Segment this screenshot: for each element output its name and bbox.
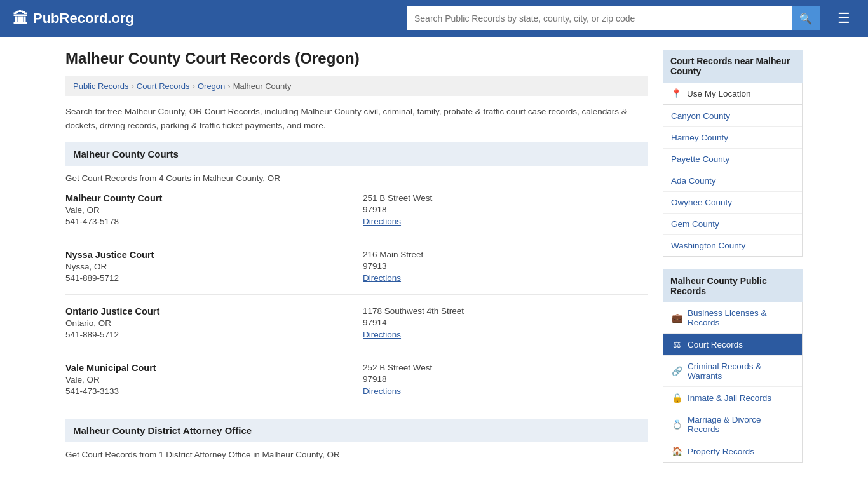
page-container: Malheur County Court Records (Oregon) Pu… bbox=[53, 37, 815, 482]
site-header: 🏛 PubRecord.org 🔍 ☰ bbox=[0, 0, 868, 37]
use-location-label: Use My Location bbox=[687, 89, 751, 98]
sidebar-nearby-section: Court Records near Malheur County 📍 Use … bbox=[663, 50, 803, 257]
directions-link[interactable]: Directions bbox=[363, 330, 401, 339]
sidebar-nearby-header: Court Records near Malheur County bbox=[663, 50, 803, 83]
county-link[interactable]: Washington County bbox=[663, 235, 802, 256]
court-city: Vale, OR bbox=[65, 205, 350, 215]
breadcrumb-item-court-records[interactable]: Court Records bbox=[137, 81, 190, 91]
courts-count: Get Court Records from 4 Courts in Malhe… bbox=[65, 173, 648, 183]
court-address: 1178 Southwest 4th Street bbox=[363, 306, 648, 316]
sidebar-county-item[interactable]: Ada County bbox=[663, 170, 802, 192]
court-name: Vale Municipal Court bbox=[65, 363, 350, 373]
court-name: Ontario Justice Court bbox=[65, 306, 350, 316]
court-phone: 541-889-5712 bbox=[65, 330, 350, 339]
court-city: Nyssa, OR bbox=[65, 262, 350, 271]
sidebar-county-item[interactable]: Harney County bbox=[663, 127, 802, 149]
breadcrumb-sep-1: › bbox=[131, 81, 133, 91]
sidebar-county-item[interactable]: Payette County bbox=[663, 149, 802, 170]
record-label: Criminal Records & Warrants bbox=[688, 362, 794, 381]
record-link[interactable]: 💍 Marriage & Divorce Records bbox=[663, 409, 802, 440]
court-phone: 541-473-5178 bbox=[65, 217, 350, 226]
sidebar-county-item[interactable]: Washington County bbox=[663, 235, 802, 256]
sidebar-records-header: Malheur County Public Records bbox=[663, 269, 803, 302]
court-zip: 97913 bbox=[363, 261, 648, 271]
sidebar: Court Records near Malheur County 📍 Use … bbox=[663, 50, 803, 470]
record-icon: ⚖ bbox=[671, 339, 682, 349]
use-location-link[interactable]: 📍 Use My Location bbox=[663, 83, 802, 104]
court-zip: 97914 bbox=[363, 318, 648, 327]
breadcrumb-item-county: Malheur County bbox=[233, 81, 292, 91]
court-right: 252 B Street West 97918 Directions bbox=[363, 363, 648, 396]
menu-button[interactable]: ☰ bbox=[832, 11, 855, 25]
county-link[interactable]: Payette County bbox=[663, 149, 802, 170]
sidebar-record-item[interactable]: 🔒 Inmate & Jail Records bbox=[663, 387, 802, 409]
record-link[interactable]: 🔒 Inmate & Jail Records bbox=[663, 387, 802, 409]
county-link[interactable]: Ada County bbox=[663, 170, 802, 191]
court-address: 251 B Street West bbox=[363, 193, 648, 203]
court-zip: 97918 bbox=[363, 205, 648, 214]
court-right: 216 Main Street 97913 Directions bbox=[363, 250, 648, 283]
court-entry: Nyssa Justice Court Nyssa, OR 541-889-57… bbox=[65, 250, 648, 295]
record-icon: 💍 bbox=[671, 419, 682, 430]
breadcrumb: Public Records › Court Records › Oregon … bbox=[65, 76, 648, 96]
court-name: Malheur County Court bbox=[65, 193, 350, 203]
court-left: Vale Municipal Court Vale, OR 541-473-31… bbox=[65, 363, 350, 396]
record-link[interactable]: 🔗 Criminal Records & Warrants bbox=[663, 356, 802, 386]
directions-link[interactable]: Directions bbox=[363, 386, 401, 396]
da-section-header: Malheur County District Attorney Office bbox=[65, 419, 648, 442]
sidebar-county-item[interactable]: Gem County bbox=[663, 214, 802, 235]
breadcrumb-item-oregon[interactable]: Oregon bbox=[198, 81, 225, 91]
court-right: 251 B Street West 97918 Directions bbox=[363, 193, 648, 226]
court-entry: Malheur County Court Vale, OR 541-473-51… bbox=[65, 193, 648, 238]
sidebar-record-item[interactable]: ⚖ Court Records bbox=[663, 334, 802, 356]
county-link[interactable]: Canyon County bbox=[663, 105, 802, 126]
search-button[interactable]: 🔍 bbox=[792, 6, 820, 30]
site-logo[interactable]: 🏛 PubRecord.org bbox=[13, 10, 134, 27]
page-title: Malheur County Court Records (Oregon) bbox=[65, 50, 648, 67]
record-icon: 🔗 bbox=[671, 366, 682, 376]
record-icon: 🔒 bbox=[671, 393, 682, 403]
sidebar-nearby-list: 📍 Use My Location bbox=[663, 83, 803, 105]
sidebar-records-section: Malheur County Public Records 💼 Business… bbox=[663, 269, 803, 463]
breadcrumb-item-public-records[interactable]: Public Records bbox=[73, 81, 128, 91]
record-label: Property Records bbox=[688, 447, 754, 456]
sidebar-use-location[interactable]: 📍 Use My Location bbox=[663, 83, 802, 104]
record-icon: 💼 bbox=[671, 313, 682, 323]
location-icon: 📍 bbox=[671, 88, 682, 98]
record-label: Court Records bbox=[688, 340, 743, 349]
county-link[interactable]: Gem County bbox=[663, 214, 802, 234]
breadcrumb-sep-2: › bbox=[193, 81, 195, 91]
record-label: Inmate & Jail Records bbox=[688, 393, 771, 403]
county-link[interactable]: Owyhee County bbox=[663, 192, 802, 213]
directions-link[interactable]: Directions bbox=[363, 273, 401, 283]
court-left: Malheur County Court Vale, OR 541-473-51… bbox=[65, 193, 350, 226]
sidebar-county-item[interactable]: Owyhee County bbox=[663, 192, 802, 214]
sidebar-record-item[interactable]: 💼 Business Licenses & Records bbox=[663, 302, 802, 334]
sidebar-counties-list: Canyon CountyHarney CountyPayette County… bbox=[663, 105, 803, 257]
record-link[interactable]: ⚖ Court Records bbox=[663, 334, 802, 355]
record-label: Marriage & Divorce Records bbox=[688, 415, 794, 434]
sidebar-records-list: 💼 Business Licenses & Records ⚖ Court Re… bbox=[663, 302, 803, 463]
court-left: Ontario Justice Court Ontario, OR 541-88… bbox=[65, 306, 350, 339]
sidebar-record-item[interactable]: 💍 Marriage & Divorce Records bbox=[663, 409, 802, 440]
logo-text: PubRecord.org bbox=[33, 10, 134, 27]
county-link[interactable]: Harney County bbox=[663, 127, 802, 148]
sidebar-record-item[interactable]: 🏠 Property Records bbox=[663, 440, 802, 462]
court-left: Nyssa Justice Court Nyssa, OR 541-889-57… bbox=[65, 250, 350, 283]
search-input[interactable] bbox=[407, 6, 792, 30]
sidebar-record-item[interactable]: 🔗 Criminal Records & Warrants bbox=[663, 356, 802, 387]
court-phone: 541-889-5712 bbox=[65, 273, 350, 283]
court-address: 216 Main Street bbox=[363, 250, 648, 259]
court-address: 252 B Street West bbox=[363, 363, 648, 372]
breadcrumb-sep-3: › bbox=[227, 81, 230, 91]
court-city: Ontario, OR bbox=[65, 318, 350, 328]
search-bar: 🔍 bbox=[407, 6, 820, 30]
record-link[interactable]: 💼 Business Licenses & Records bbox=[663, 302, 802, 333]
directions-link[interactable]: Directions bbox=[363, 217, 401, 226]
court-entry: Vale Municipal Court Vale, OR 541-473-31… bbox=[65, 363, 648, 407]
main-content: Malheur County Court Records (Oregon) Pu… bbox=[65, 50, 648, 470]
court-phone: 541-473-3133 bbox=[65, 386, 350, 396]
sidebar-county-item[interactable]: Canyon County bbox=[663, 105, 802, 127]
courts-section-header: Malheur County Courts bbox=[65, 142, 648, 166]
record-link[interactable]: 🏠 Property Records bbox=[663, 440, 802, 462]
